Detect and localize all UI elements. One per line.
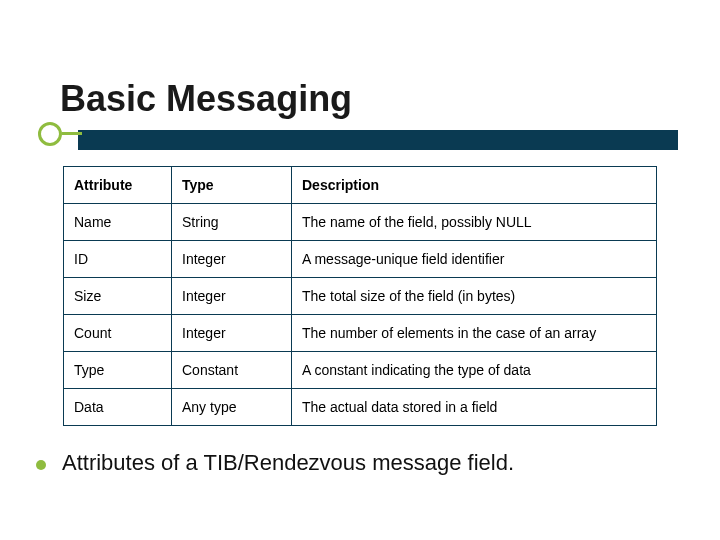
table-row: Data Any type The actual data stored in … bbox=[64, 389, 657, 426]
title-wrap: Basic Messaging bbox=[60, 78, 352, 120]
table-cell-type: Integer bbox=[172, 278, 292, 315]
table-cell-description: A message-unique field identifier bbox=[292, 241, 657, 278]
slide: Basic Messaging Attribute Type Descripti… bbox=[0, 0, 720, 540]
table-cell-description: A constant indicating the type of data bbox=[292, 352, 657, 389]
table-cell-type: Constant bbox=[172, 352, 292, 389]
table-cell-type: Integer bbox=[172, 241, 292, 278]
table-cell-attribute: Type bbox=[64, 352, 172, 389]
table-header-type: Type bbox=[172, 167, 292, 204]
table-cell-attribute: ID bbox=[64, 241, 172, 278]
table-header-row: Attribute Type Description bbox=[64, 167, 657, 204]
bullet-icon bbox=[36, 460, 46, 470]
table-cell-type: Integer bbox=[172, 315, 292, 352]
page-title: Basic Messaging bbox=[60, 78, 352, 120]
table-cell-description: The name of the field, possibly NULL bbox=[292, 204, 657, 241]
table-cell-description: The number of elements in the case of an… bbox=[292, 315, 657, 352]
table-row: ID Integer A message-unique field identi… bbox=[64, 241, 657, 278]
table-cell-attribute: Name bbox=[64, 204, 172, 241]
table-cell-description: The actual data stored in a field bbox=[292, 389, 657, 426]
table-row: Type Constant A constant indicating the … bbox=[64, 352, 657, 389]
table-row: Size Integer The total size of the field… bbox=[64, 278, 657, 315]
title-underline-stem bbox=[62, 132, 82, 135]
title-underline-bar bbox=[78, 130, 678, 150]
table-row: Count Integer The number of elements in … bbox=[64, 315, 657, 352]
table-cell-attribute: Size bbox=[64, 278, 172, 315]
caption-text: Attributes of a TIB/Rendezvous message f… bbox=[62, 450, 514, 476]
table-cell-type: String bbox=[172, 204, 292, 241]
caption-row: Attributes of a TIB/Rendezvous message f… bbox=[36, 450, 514, 476]
table-header-description: Description bbox=[292, 167, 657, 204]
table-row: Name String The name of the field, possi… bbox=[64, 204, 657, 241]
attributes-table: Attribute Type Description Name String T… bbox=[63, 166, 657, 426]
table-header-attribute: Attribute bbox=[64, 167, 172, 204]
title-decoration bbox=[38, 122, 678, 148]
title-bullet-icon bbox=[38, 122, 62, 146]
table-cell-attribute: Count bbox=[64, 315, 172, 352]
table-cell-attribute: Data bbox=[64, 389, 172, 426]
table-cell-description: The total size of the field (in bytes) bbox=[292, 278, 657, 315]
table-cell-type: Any type bbox=[172, 389, 292, 426]
